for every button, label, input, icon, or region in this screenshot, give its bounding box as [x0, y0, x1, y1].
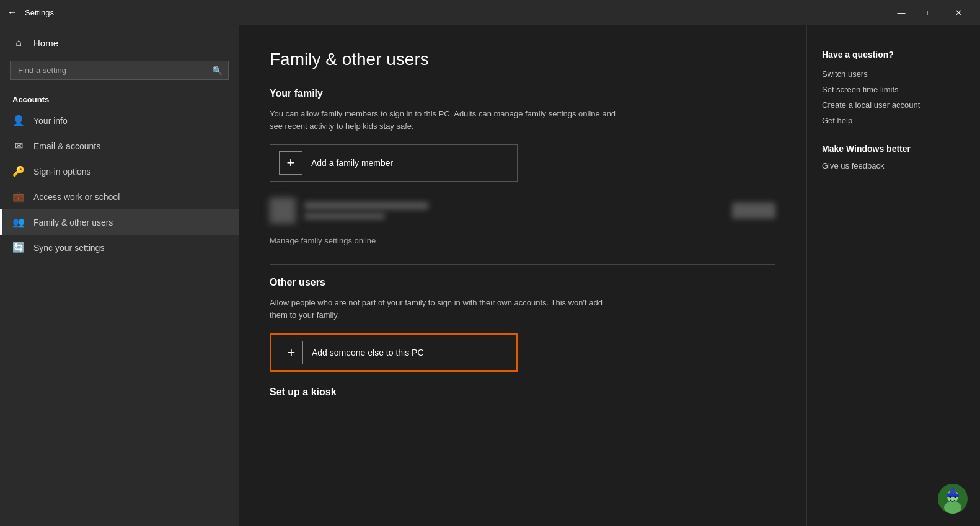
switch-users-link[interactable]: Switch users: [822, 69, 965, 79]
have-a-question-title: Have a question?: [822, 50, 965, 59]
get-help-link[interactable]: Get help: [822, 116, 965, 125]
user-avatar-blur: [270, 198, 296, 224]
plus-icon: +: [279, 151, 302, 175]
sidebar-item-label: Access work or school: [33, 192, 120, 202]
work-icon: 💼: [12, 191, 25, 203]
add-someone-button[interactable]: + Add someone else to this PC: [270, 333, 518, 372]
svg-point-5: [950, 496, 951, 498]
sidebar-item-your-info[interactable]: 👤 Your info: [0, 108, 239, 133]
sign-in-icon: 🔑: [12, 165, 25, 177]
user-info-blur: [304, 202, 428, 219]
sidebar-item-email-accounts[interactable]: ✉ Email & accounts: [0, 133, 239, 159]
add-someone-label: Add someone else to this PC: [312, 348, 424, 357]
family-icon: 👥: [12, 216, 25, 228]
home-icon: ⌂: [12, 37, 25, 48]
titlebar: ← Settings — □ ✕: [0, 0, 980, 25]
give-feedback-link[interactable]: Give us feedback: [822, 161, 965, 170]
your-family-title: Your family: [270, 88, 775, 99]
main-panel: Family & other users Your family You can…: [239, 25, 806, 526]
corner-avatar: [938, 484, 968, 514]
sidebar-item-label: Your info: [33, 116, 68, 126]
svg-rect-4: [947, 494, 959, 497]
page-title: Family & other users: [270, 50, 775, 69]
sidebar-item-label: Family & other users: [33, 217, 113, 227]
user-detail-blur: [304, 213, 385, 219]
sidebar-item-sign-in-options[interactable]: 🔑 Sign-in options: [0, 159, 239, 184]
other-users-description: Allow people who are not part of your fa…: [270, 297, 617, 321]
window-controls: — □ ✕: [887, 0, 973, 25]
sidebar-item-sync-settings[interactable]: 🔄 Sync your settings: [0, 235, 239, 260]
search-icon: 🔍: [212, 66, 223, 76]
close-button[interactable]: ✕: [944, 0, 973, 25]
make-windows-better-title: Make Windows better: [822, 144, 965, 154]
app-body: ⌂ Home 🔍 Accounts 👤 Your info ✉ Email & …: [0, 25, 980, 526]
plus-icon-other: +: [280, 341, 303, 364]
user-action-blur: [732, 203, 775, 219]
action-btn-blur: [732, 203, 775, 219]
user-name-blur: [304, 202, 428, 209]
sidebar-item-label: Sign-in options: [33, 167, 91, 177]
screen-time-link[interactable]: Set screen time limits: [822, 85, 965, 94]
search-input[interactable]: [10, 61, 229, 80]
back-button[interactable]: ←: [7, 7, 17, 18]
sidebar-item-label: Sync your settings: [33, 243, 104, 253]
app-title: Settings: [25, 8, 54, 17]
sidebar: ⌂ Home 🔍 Accounts 👤 Your info ✉ Email & …: [0, 25, 239, 526]
sidebar-item-label: Email & accounts: [33, 141, 100, 151]
local-user-link[interactable]: Create a local user account: [822, 100, 965, 110]
svg-point-2: [944, 501, 961, 514]
email-icon: ✉: [12, 140, 25, 152]
sidebar-home-label: Home: [33, 38, 58, 48]
add-family-member-button[interactable]: + Add a family member: [270, 144, 518, 182]
your-family-description: You can allow family members to sign in …: [270, 108, 617, 132]
section-divider: [270, 264, 775, 265]
sidebar-search-container: 🔍: [10, 61, 229, 80]
your-info-icon: 👤: [12, 115, 25, 126]
right-panel: Have a question? Switch users Set screen…: [806, 25, 980, 526]
sync-icon: 🔄: [12, 242, 25, 253]
add-family-member-label: Add a family member: [311, 158, 393, 168]
maximize-button[interactable]: □: [916, 0, 944, 25]
blurred-user-row: [270, 191, 775, 230]
other-users-title: Other users: [270, 277, 775, 288]
sidebar-home[interactable]: ⌂ Home: [0, 30, 239, 56]
manage-family-link[interactable]: Manage family settings online: [270, 236, 775, 245]
sidebar-item-family-users[interactable]: 👥 Family & other users: [0, 209, 239, 235]
minimize-button[interactable]: —: [887, 0, 916, 25]
sidebar-section-label: Accounts: [0, 90, 239, 108]
kiosk-title: Set up a kiosk: [270, 387, 775, 398]
sidebar-item-access-work[interactable]: 💼 Access work or school: [0, 184, 239, 209]
svg-point-6: [955, 496, 956, 498]
